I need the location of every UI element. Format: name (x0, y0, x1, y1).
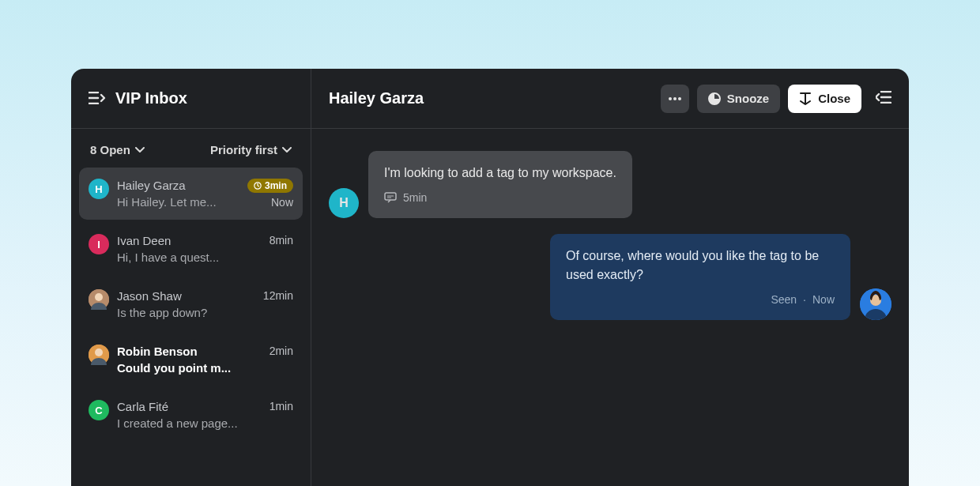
conversation-time: 8min (270, 234, 293, 247)
conversation-body: Jason ShawIs the app down? (117, 289, 255, 319)
conversation-name: Robin Benson (117, 345, 198, 358)
ellipsis-icon (669, 97, 681, 100)
conversation-preview: Hi, I have a quest... (117, 251, 262, 264)
sidebar-header: VIP Inbox (71, 69, 311, 129)
conversation-body: Ivan DeenHi, I have a quest... (117, 234, 262, 264)
conversation-side: 3minNow (247, 179, 293, 209)
customer-avatar: H (329, 188, 359, 218)
customer-avatar-initial: H (339, 196, 349, 210)
outgoing-message-row: Of course, where would you like the tag … (329, 234, 891, 320)
incoming-message-row: H I'm looking to add a tag to my workspa… (329, 151, 891, 218)
conversation-time: 2min (270, 345, 293, 357)
message-thread: H I'm looking to add a tag to my workspa… (311, 129, 909, 486)
conversation-side: 2min (270, 345, 293, 375)
incoming-message-text: I'm looking to add a tag to my workspace… (384, 164, 616, 182)
conversation-time: Now (271, 196, 293, 209)
snooze-icon (708, 92, 721, 105)
close-button[interactable]: Close (788, 85, 861, 113)
conversation-item[interactable]: Jason ShawIs the app down?12min (79, 278, 303, 330)
incoming-message-meta: 5min (384, 190, 616, 205)
conversation-item[interactable]: CCarla FitéI created a new page...1min (79, 389, 303, 441)
svg-point-5 (669, 97, 672, 100)
avatar (89, 289, 109, 310)
conversation-name: Hailey Garza (117, 179, 186, 192)
archive-icon (799, 92, 812, 105)
timer-icon (254, 182, 262, 190)
outgoing-status: Seen (771, 292, 797, 307)
sort-filter-label: Priority first (210, 143, 277, 156)
conversation-preview: Could you point m... (117, 361, 262, 375)
open-filter[interactable]: 8 Open (90, 143, 145, 156)
inbox-title: VIP Inbox (115, 89, 187, 107)
menu-expand-icon[interactable] (89, 92, 104, 106)
conversation-item[interactable]: IIvan DeenHi, I have a quest...8min (79, 223, 303, 275)
avatar (89, 345, 109, 365)
reply-icon (384, 192, 397, 203)
app-window: VIP Inbox 8 Open Priority first HHailey … (71, 69, 909, 486)
sla-badge: 3min (247, 179, 293, 193)
sidebar: VIP Inbox 8 Open Priority first HHailey … (71, 69, 311, 486)
conversation-body: Robin BensonCould you point m... (117, 345, 262, 375)
svg-point-6 (673, 97, 677, 100)
conversation-preview: Hi Hailey. Let me... (117, 195, 239, 209)
outgoing-message-text: Of course, where would you like the tag … (566, 247, 835, 283)
svg-point-4 (95, 348, 103, 356)
collapse-panel-icon[interactable] (876, 91, 891, 107)
conversation-side: 8min (270, 234, 293, 264)
conversation-side: 1min (270, 400, 293, 430)
incoming-message-time: 5min (403, 190, 427, 205)
conversation-item[interactable]: HHailey GarzaHi Hailey. Let me...3minNow (79, 168, 303, 220)
conversation-time: 1min (270, 400, 293, 413)
conversation-side: 12min (263, 289, 293, 319)
conversation-preview: I created a new page... (117, 416, 262, 430)
conversation-list: HHailey GarzaHi Hailey. Let me...3minNow… (71, 168, 311, 441)
filter-bar: 8 Open Priority first (71, 129, 311, 168)
conversation-preview: Is the app down? (117, 306, 255, 319)
header-actions: Snooze Close (661, 85, 891, 113)
conversation-name: Ivan Deen (117, 234, 171, 247)
avatar: H (89, 179, 109, 199)
sort-filter[interactable]: Priority first (210, 143, 292, 156)
conversation-title: Hailey Garza (329, 89, 424, 107)
outgoing-message-meta: Seen · Now (566, 292, 835, 307)
incoming-message-bubble: I'm looking to add a tag to my workspace… (368, 151, 632, 218)
open-filter-label: 8 Open (90, 143, 130, 156)
snooze-label: Snooze (727, 92, 769, 105)
svg-point-2 (95, 293, 103, 301)
outgoing-message-bubble: Of course, where would you like the tag … (550, 234, 850, 320)
conversation-body: Carla FitéI created a new page... (117, 400, 262, 430)
conversation-item[interactable]: Robin BensonCould you point m...2min (79, 333, 303, 386)
meta-dot: · (803, 292, 806, 307)
more-button[interactable] (661, 85, 689, 113)
conversation-body: Hailey GarzaHi Hailey. Let me... (117, 179, 239, 209)
outgoing-time: Now (812, 292, 835, 307)
chevron-down-icon (282, 147, 292, 153)
snooze-button[interactable]: Snooze (697, 85, 780, 113)
main-header: Hailey Garza Snooze Close (311, 69, 909, 129)
conversation-name: Carla Fité (117, 400, 168, 413)
conversation-name: Jason Shaw (117, 289, 182, 303)
svg-point-7 (678, 97, 681, 100)
conversation-time: 12min (263, 289, 293, 302)
avatar: C (89, 400, 109, 420)
avatar: I (89, 234, 109, 254)
close-label: Close (818, 92, 850, 105)
agent-avatar (860, 288, 891, 320)
main-panel: Hailey Garza Snooze Close (311, 69, 909, 486)
chevron-down-icon (135, 147, 145, 153)
